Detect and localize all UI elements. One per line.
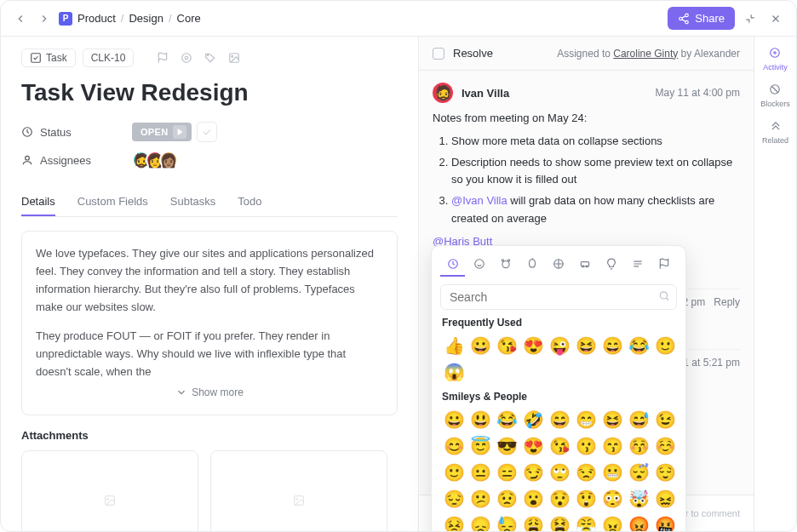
emoji-cell[interactable]: 😃 <box>468 408 492 432</box>
emoji-cell[interactable]: 😄 <box>600 334 624 358</box>
emoji-cell[interactable]: 😤 <box>574 513 598 532</box>
emoji-cell[interactable]: 😇 <box>468 434 492 458</box>
emoji-cell[interactable]: 😟 <box>495 487 519 511</box>
emoji-cell[interactable]: 😏 <box>521 460 545 484</box>
emoji-cell[interactable]: 😯 <box>548 487 571 511</box>
emoji-cell[interactable]: 😊 <box>442 434 466 458</box>
emoji-cell[interactable]: 😀 <box>468 334 492 358</box>
emoji-cell[interactable]: 😴 <box>627 460 651 484</box>
status-pill[interactable]: OPEN <box>132 123 192 141</box>
emoji-cell[interactable]: 😉 <box>653 408 677 432</box>
reply-button[interactable]: Reply <box>714 296 740 308</box>
emoji-cell[interactable]: 😒 <box>574 460 598 484</box>
share-button[interactable]: Share <box>668 7 735 30</box>
emoji-cell[interactable]: 😄 <box>548 408 571 432</box>
emoji-cell[interactable]: 😘 <box>548 434 571 458</box>
emoji-cell[interactable]: 😳 <box>600 487 624 511</box>
sidebar-blockers[interactable]: Blockers <box>760 82 790 108</box>
breadcrumb-item[interactable]: Design <box>129 12 163 25</box>
complete-checkbox[interactable] <box>197 122 217 142</box>
emoji-cell[interactable]: 😡 <box>627 513 651 532</box>
tab-todo[interactable]: Todo <box>238 188 261 216</box>
emoji-cell[interactable]: 😗 <box>574 434 598 458</box>
picker-tab-animals[interactable] <box>493 253 518 277</box>
tag-icon[interactable] <box>202 49 219 66</box>
emoji-cell[interactable]: 😓 <box>495 513 519 532</box>
picker-tab-travel[interactable] <box>573 253 598 277</box>
tab-subtasks[interactable]: Subtasks <box>170 188 215 216</box>
target-icon[interactable] <box>178 49 195 66</box>
close-icon[interactable] <box>765 9 786 29</box>
emoji-cell[interactable]: 😐 <box>468 460 492 484</box>
emoji-cell[interactable]: 😖 <box>653 487 677 511</box>
tab-custom-fields[interactable]: Custom Fields <box>77 188 148 216</box>
emoji-cell[interactable]: 😀 <box>442 408 466 432</box>
emoji-cell[interactable]: 🙂 <box>653 334 677 358</box>
task-id-chip[interactable]: CLK-10 <box>83 49 135 67</box>
emoji-cell[interactable]: 😎 <box>495 434 519 458</box>
description-card[interactable]: We love typefaces. They give our sites a… <box>21 231 398 415</box>
status-next-icon[interactable] <box>173 125 186 139</box>
emoji-cell[interactable]: 😲 <box>574 487 598 511</box>
task-title[interactable]: Task View Redesign <box>21 79 398 106</box>
picker-tab-smileys[interactable] <box>467 253 491 277</box>
emoji-cell[interactable]: 😕 <box>468 487 492 511</box>
emoji-cell[interactable]: 😍 <box>521 334 545 358</box>
emoji-cell[interactable]: 😘 <box>495 334 519 358</box>
emoji-cell[interactable]: 😩 <box>521 513 545 532</box>
emoji-cell[interactable]: 😣 <box>442 513 466 532</box>
assignee-avatars[interactable]: 🧔 👩 👩🏽 <box>132 151 178 169</box>
emoji-cell[interactable]: 😆 <box>600 408 624 432</box>
emoji-cell[interactable]: 😞 <box>468 513 492 532</box>
assignee-link[interactable]: Caroline Ginty <box>613 48 678 60</box>
sidebar-activity[interactable]: Activity <box>763 45 788 72</box>
picker-tab-symbols[interactable] <box>626 253 651 277</box>
nav-forward[interactable] <box>35 9 54 28</box>
emoji-cell[interactable]: ☺️ <box>653 434 677 458</box>
comment-avatar[interactable]: 🧔 <box>433 83 453 103</box>
mention-link[interactable]: @Ivan Villa <box>451 194 507 207</box>
image-icon[interactable] <box>226 49 243 66</box>
emoji-cell[interactable]: 😍 <box>521 434 545 458</box>
emoji-cell[interactable]: 😅 <box>627 408 651 432</box>
emoji-cell[interactable]: 😔 <box>442 487 466 511</box>
emoji-cell[interactable]: 🤣 <box>521 408 545 432</box>
emoji-cell[interactable]: 😠 <box>600 513 624 532</box>
breadcrumb-item[interactable]: Core <box>177 12 201 25</box>
breadcrumb-item[interactable]: Product <box>77 12 116 25</box>
picker-tab-objects[interactable] <box>599 253 624 277</box>
emoji-cell[interactable]: 🤬 <box>653 513 677 532</box>
emoji-search-input[interactable] <box>440 284 677 310</box>
tab-details[interactable]: Details <box>21 188 55 216</box>
emoji-cell[interactable]: 😱 <box>442 360 466 384</box>
picker-tab-activity[interactable] <box>546 253 571 277</box>
collapse-icon[interactable] <box>740 9 760 29</box>
emoji-cell[interactable]: 😜 <box>548 334 571 358</box>
attachment-placeholder[interactable] <box>210 450 387 531</box>
flag-icon[interactable] <box>154 49 171 66</box>
emoji-cell[interactable]: 😁 <box>574 408 598 432</box>
emoji-cell[interactable]: 😆 <box>574 334 598 358</box>
sidebar-related[interactable]: Related <box>762 118 788 145</box>
emoji-cell[interactable]: 😂 <box>495 408 519 432</box>
task-type-chip[interactable]: Task <box>21 49 76 67</box>
resolve-checkbox[interactable] <box>433 48 444 60</box>
avatar[interactable]: 👩🏽 <box>159 151 178 169</box>
emoji-cell[interactable]: 😙 <box>600 434 624 458</box>
nav-back[interactable] <box>11 9 30 28</box>
picker-tab-food[interactable] <box>519 253 544 277</box>
emoji-cell[interactable]: 😫 <box>548 513 571 532</box>
emoji-cell[interactable]: 🙄 <box>548 460 571 484</box>
emoji-cell[interactable]: 😑 <box>495 460 519 484</box>
emoji-cell[interactable]: 😌 <box>653 460 677 484</box>
emoji-cell[interactable]: 🤯 <box>627 487 651 511</box>
emoji-cell[interactable]: 😂 <box>627 334 651 358</box>
picker-tab-flags[interactable] <box>652 253 677 277</box>
emoji-cell[interactable]: 🙂 <box>442 460 466 484</box>
emoji-cell[interactable]: 😚 <box>627 434 651 458</box>
emoji-cell[interactable]: 👍 <box>442 334 466 358</box>
emoji-cell[interactable]: 😬 <box>600 460 624 484</box>
emoji-cell[interactable]: 😮 <box>521 487 545 511</box>
show-more-button[interactable]: Show more <box>36 385 383 401</box>
picker-tab-recent[interactable] <box>440 253 465 277</box>
